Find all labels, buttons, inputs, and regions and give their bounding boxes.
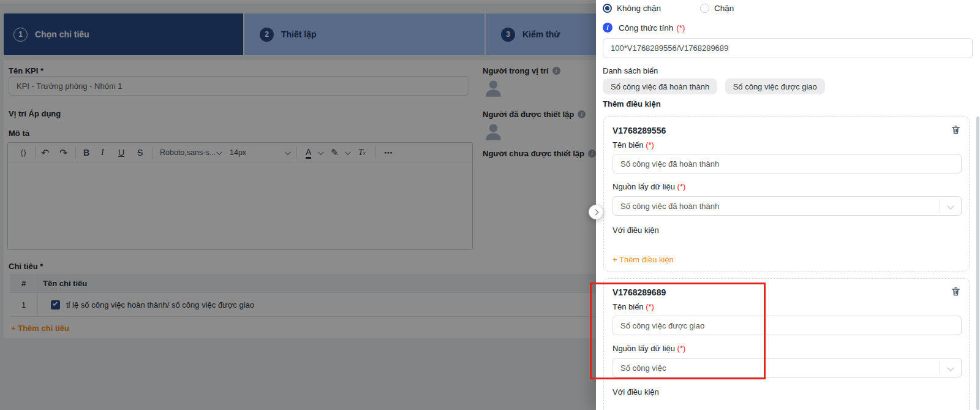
drawer-scrollbar[interactable] — [976, 116, 979, 410]
nguon-label: Nguồn lấy dữ liệu (*) — [612, 182, 685, 191]
delete-variable-icon[interactable] — [951, 124, 962, 135]
radio-khong-chan[interactable]: Không chặn — [603, 4, 661, 13]
variable-chip[interactable]: Số công việc đã hoàn thành — [603, 78, 717, 94]
radio-selected-icon[interactable] — [603, 4, 612, 13]
add-condition-header: Thêm điều kiện — [603, 99, 661, 108]
collapse-drawer-button[interactable] — [589, 205, 603, 219]
chevron-down-icon — [947, 364, 954, 371]
ten-bien-label: Tên biến (*) — [612, 140, 654, 150]
variable-card-1: V1768289556 Tên biến (*) Số công việc đã… — [603, 116, 970, 271]
chevron-down-icon — [947, 202, 954, 209]
info-icon[interactable]: i — [603, 23, 612, 32]
variable-list-label: Danh sách biến — [603, 66, 658, 75]
formula-label: Công thức tính — [619, 23, 673, 32]
radio-chan[interactable]: Chặn — [700, 4, 734, 13]
variable-chips: Số công việc đã hoàn thành Số công việc … — [603, 78, 830, 94]
variable-id: V1768289556 — [612, 126, 666, 135]
chevron-right-icon — [592, 209, 598, 215]
radio-unselected-icon[interactable] — [700, 4, 709, 13]
delete-variable-icon[interactable] — [951, 286, 962, 297]
with-condition-label: Với điều kiện — [612, 226, 659, 235]
nguon-select[interactable]: Số công việc đã hoàn thành — [612, 196, 962, 216]
formula-label-row: i Công thức tính (*) — [603, 23, 685, 32]
backdrop-overlay[interactable] — [0, 0, 596, 410]
kpi-setup-page: 1 Chọn chỉ tiêu 2 Thiết lập 3 Kiểm thử T… — [0, 0, 980, 410]
add-condition-link[interactable]: + Thêm điều kiện — [612, 255, 674, 264]
ten-bien-input[interactable]: Số công việc đã hoàn thành — [612, 154, 962, 173]
with-condition-label: Với điều kiện — [612, 387, 659, 397]
formula-input[interactable]: 100*V1768289556/V1768289689 — [603, 38, 973, 58]
variable-chip[interactable]: Số công việc được giao — [725, 78, 825, 94]
annotation-highlight-rect — [590, 283, 766, 379]
